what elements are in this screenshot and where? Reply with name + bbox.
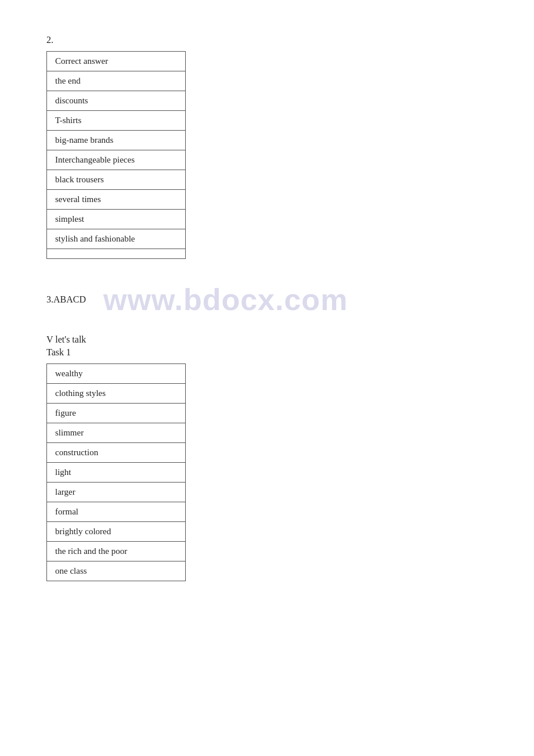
section-v-table: wealthyclothing stylesfigureslimmerconst… xyxy=(46,363,186,581)
task-1-label: Task 1 xyxy=(46,347,488,358)
table-row: formal xyxy=(47,502,186,522)
table-row xyxy=(47,249,186,259)
section-2-number: 2. xyxy=(46,35,488,45)
watermark: www.bdocx.com xyxy=(103,282,348,317)
table-row: one class xyxy=(47,561,186,581)
section-v: V let's talk Task 1 wealthyclothing styl… xyxy=(46,334,488,581)
v-section-label: V let's talk xyxy=(46,334,488,345)
table-row: wealthy xyxy=(47,364,186,384)
table-row: Interchangeable pieces xyxy=(47,150,186,170)
table-row: big-name brands xyxy=(47,131,186,150)
table-row: several times xyxy=(47,190,186,210)
table-row: construction xyxy=(47,443,186,463)
table-row: stylish and fashionable xyxy=(47,229,186,249)
table-row: black trousers xyxy=(47,170,186,190)
table-row: figure xyxy=(47,404,186,423)
table-row: T-shirts xyxy=(47,111,186,131)
table-row: the end xyxy=(47,71,186,91)
table-row: the rich and the poor xyxy=(47,542,186,561)
table-row: Correct answer xyxy=(47,52,186,71)
table-row: larger xyxy=(47,483,186,502)
section-2: 2. Correct answerthe enddiscountsT-shirt… xyxy=(46,35,488,259)
table-row: clothing styles xyxy=(47,384,186,404)
section-3: 3.ABACD www.bdocx.com xyxy=(46,282,488,317)
section-2-table: Correct answerthe enddiscountsT-shirtsbi… xyxy=(46,51,186,259)
table-row: discounts xyxy=(47,91,186,111)
table-row: brightly colored xyxy=(47,522,186,542)
table-row: slimmer xyxy=(47,423,186,443)
table-row: simplest xyxy=(47,210,186,229)
section-3-label: 3.ABACD xyxy=(46,294,86,305)
table-row: light xyxy=(47,463,186,483)
